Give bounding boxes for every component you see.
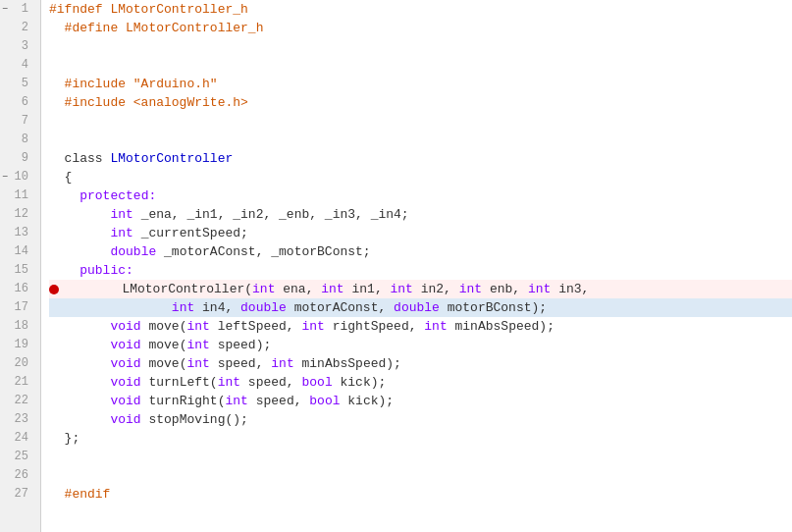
line-number: 21 — [0, 373, 34, 392]
token: in2, — [413, 280, 459, 298]
token: int — [252, 280, 275, 298]
token: minAbsSpeed); — [448, 317, 554, 336]
line-number: 19 — [0, 336, 34, 354]
code-line: #endif — [49, 485, 792, 504]
token: int — [225, 392, 247, 410]
token — [49, 354, 110, 373]
code-line — [49, 37, 792, 56]
line-num-label: 11 — [15, 186, 28, 205]
line-numbers: −123456789−10111213141516171819202122232… — [0, 0, 41, 532]
token: int — [186, 317, 209, 336]
collapse-icon[interactable]: − — [2, 0, 8, 19]
line-num-label: 10 — [15, 168, 28, 186]
line-num-label: 1 — [22, 0, 28, 19]
token: _ena, _in1, _in2, _enb, _in3, _in4; — [133, 205, 409, 224]
token — [49, 336, 110, 354]
code-line: #ifndef LMotorController_h — [49, 0, 792, 19]
line-num-label: 8 — [22, 131, 28, 149]
line-num-label: 16 — [15, 280, 28, 298]
line-num-label: 27 — [15, 485, 28, 504]
code-line: void turnRight(int speed, bool kick); — [49, 392, 792, 410]
token: int — [271, 354, 293, 373]
code-line: class LMotorController — [49, 149, 792, 168]
token — [49, 205, 110, 224]
line-number: 13 — [0, 224, 34, 242]
token — [49, 261, 79, 280]
code-line — [49, 112, 792, 131]
line-number: 14 — [0, 242, 34, 261]
code-line: double _motorAConst, _motorBConst; — [49, 242, 792, 261]
token: int — [459, 280, 482, 298]
token: bool — [301, 373, 332, 392]
line-number: 4 — [0, 56, 34, 75]
token: turnLeft( — [141, 373, 218, 392]
code-line — [49, 466, 792, 485]
line-num-label: 7 — [22, 112, 28, 131]
code-line: public: — [49, 261, 792, 280]
token: _motorAConst, _motorBConst; — [156, 242, 370, 261]
token: motorAConst, — [287, 298, 394, 317]
token: void — [110, 317, 140, 336]
token: int — [186, 354, 209, 373]
line-num-label: 17 — [15, 298, 28, 317]
token: int — [390, 280, 412, 298]
collapse-icon[interactable]: − — [2, 168, 8, 186]
line-number: 2 — [0, 19, 34, 37]
line-num-label: 25 — [15, 448, 28, 466]
code-line: #include "Arduino.h" — [49, 75, 792, 93]
line-num-label: 14 — [15, 242, 28, 261]
line-num-label: 21 — [15, 373, 28, 392]
line-number: 22 — [0, 392, 34, 410]
token: int — [186, 336, 209, 354]
token: rightSpeed, — [325, 317, 424, 336]
token: speed); — [210, 336, 271, 354]
line-number: 11 — [0, 186, 34, 205]
line-num-label: 24 — [15, 429, 28, 448]
token: in1, — [344, 280, 391, 298]
token: LMotorController — [110, 149, 233, 168]
token: }; — [49, 429, 79, 448]
token: int — [172, 298, 194, 317]
token: int — [528, 280, 551, 298]
token: turnRight( — [141, 392, 226, 410]
token: #include <analogWrite.h> — [49, 93, 248, 112]
token: void — [110, 392, 140, 410]
line-number: 18 — [0, 317, 34, 336]
token: minAbsSpeed); — [294, 354, 401, 373]
token: LMotorController( — [61, 280, 252, 298]
token: motorBConst); — [440, 298, 547, 317]
line-num-label: 23 — [15, 410, 28, 429]
token: bool — [309, 392, 340, 410]
token: move( — [141, 317, 187, 336]
token: in3, — [551, 280, 589, 298]
token: void — [110, 373, 140, 392]
token — [49, 410, 110, 429]
token: #endif — [49, 485, 110, 504]
line-number: 25 — [0, 448, 34, 466]
line-number: 6 — [0, 93, 34, 112]
token: speed, — [248, 392, 309, 410]
line-number: 5 — [0, 75, 34, 93]
line-num-label: 13 — [15, 224, 28, 242]
token: protected: — [79, 186, 156, 205]
token — [49, 298, 172, 317]
token: int — [218, 373, 240, 392]
line-number: 23 — [0, 410, 34, 429]
token: int — [110, 224, 132, 242]
token: ena, — [275, 280, 321, 298]
code-line: { — [49, 168, 792, 186]
token: double — [110, 242, 156, 261]
line-num-label: 5 — [22, 75, 28, 93]
line-number: 3 — [0, 37, 34, 56]
line-number: 9 — [0, 149, 34, 168]
line-num-label: 20 — [15, 354, 28, 373]
token — [49, 186, 79, 205]
code-line: int in4, double motorAConst, double moto… — [49, 298, 792, 317]
code-content: #ifndef LMotorController_h #define LMoto… — [41, 0, 792, 532]
line-num-label: 15 — [15, 261, 28, 280]
code-line: void move(int speed, int minAbsSpeed); — [49, 354, 792, 373]
token — [49, 224, 110, 242]
line-number: 16 — [0, 280, 34, 298]
code-line: LMotorController(int ena, int in1, int i… — [49, 280, 792, 298]
token: public: — [79, 261, 133, 280]
